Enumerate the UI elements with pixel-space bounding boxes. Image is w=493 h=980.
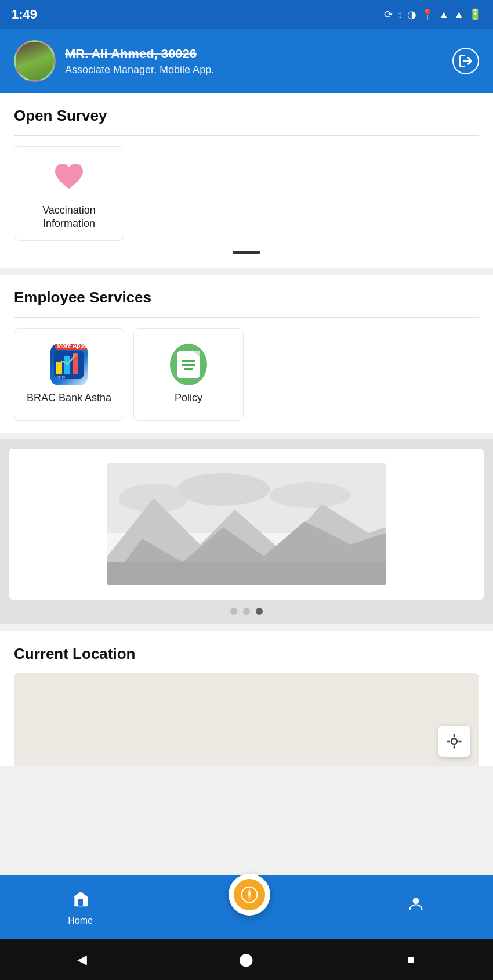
home-icon (71, 889, 90, 912)
nav-fab[interactable] (229, 874, 270, 916)
brac-chart-icon: ভাস্ক (53, 350, 85, 380)
carousel-section (0, 439, 493, 624)
sync-icon: ⟳ (384, 8, 393, 21)
crosshair-icon (445, 733, 463, 750)
svg-rect-19 (78, 899, 83, 906)
app-page: 1:49 ⟳ ↕ ◑ 📍 ▲ ▲ 🔋 MR. Ali Ahmed, 30026 … (0, 0, 493, 980)
status-time: 1:49 (12, 7, 37, 22)
avatar (14, 40, 56, 82)
mountain-svg (107, 463, 386, 585)
battery-icon: 🔋 (469, 8, 481, 21)
more-apps-badge: More Apps (55, 344, 88, 350)
nav-profile[interactable] (407, 895, 425, 921)
doc-line-3 (184, 368, 193, 370)
svg-point-10 (270, 482, 351, 508)
employee-services-section: Employee Services More Apps (0, 275, 493, 433)
profile-svg-icon (407, 895, 425, 913)
banner-image (107, 463, 386, 585)
android-home-button[interactable]: ⬤ (236, 949, 257, 970)
open-survey-title: Open Survey (14, 107, 479, 125)
home-svg-icon (71, 889, 90, 908)
policy-circle-icon (170, 344, 207, 385)
svg-rect-13 (107, 562, 386, 585)
header: MR. Ali Ahmed, 30026 Associate Manager, … (0, 29, 493, 93)
doc-line-1 (182, 360, 195, 362)
dot-3[interactable] (256, 608, 263, 615)
svg-rect-3 (64, 356, 70, 374)
dash-separator (14, 246, 479, 256)
android-back-button[interactable]: ◀ (72, 949, 93, 970)
heart-icon (52, 162, 86, 192)
dash-line (233, 251, 260, 254)
svg-text:ভাস্ক: ভাস্ক (56, 374, 66, 380)
vaccination-label: Vaccination Information (21, 204, 117, 231)
user-role: Associate Manager, Mobile App. (65, 64, 214, 76)
doc-corner (194, 351, 200, 357)
compass-icon (234, 879, 265, 910)
profile-icon (407, 895, 425, 917)
header-left: MR. Ali Ahmed, 30026 Associate Manager, … (14, 40, 214, 82)
services-divider (14, 317, 479, 318)
vaccination-card[interactable]: Vaccination Information (14, 146, 124, 241)
carousel-dots (9, 608, 484, 615)
location-icon: 📍 (421, 8, 434, 21)
wifi-icon: ▲ (438, 9, 449, 21)
header-info: MR. Ali Ahmed, 30026 Associate Manager, … (65, 46, 214, 76)
logout-button[interactable] (452, 48, 479, 74)
android-recent-button[interactable]: ■ (400, 949, 421, 970)
survey-divider (14, 135, 479, 136)
brac-label: BRAC Bank Astha (27, 391, 111, 405)
current-location-section: Current Location (0, 631, 493, 766)
policy-icon-wrap (170, 346, 207, 383)
parking-icon: ◑ (407, 8, 416, 21)
android-nav-bar: ◀ ⬤ ■ (0, 939, 493, 980)
policy-doc-icon (177, 351, 200, 378)
survey-cards-row: Vaccination Information (14, 146, 479, 241)
scroll-content: Open Survey Vaccination Information (0, 93, 493, 980)
svg-point-9 (177, 473, 270, 506)
brac-card[interactable]: More Apps ভাস্ক BRAC Bank Astha (14, 328, 124, 421)
bottom-nav: Home (0, 875, 493, 939)
vaccination-icon-wrap (50, 158, 88, 196)
svg-point-23 (248, 893, 251, 896)
status-bar: 1:49 ⟳ ↕ ◑ 📍 ▲ ▲ 🔋 (0, 0, 493, 29)
dot-2[interactable] (243, 608, 250, 615)
map-placeholder (14, 673, 479, 766)
brac-app-icon: More Apps ভাস্ক (50, 344, 88, 385)
svg-rect-4 (72, 353, 78, 374)
home-label: Home (68, 916, 93, 926)
open-survey-section: Open Survey Vaccination Information (0, 93, 493, 268)
location-button[interactable] (438, 726, 470, 757)
current-location-title: Current Location (14, 645, 479, 663)
carousel-inner (9, 449, 484, 600)
status-icons: ⟳ ↕ ◑ 📍 ▲ ▲ 🔋 (384, 8, 481, 21)
avatar-image (16, 42, 54, 80)
nav-home[interactable]: Home (68, 889, 93, 926)
doc-line-2 (182, 364, 195, 366)
dot-1[interactable] (230, 608, 237, 615)
services-cards-row: More Apps ভাস্ক BRAC Bank Astha (14, 328, 479, 421)
brac-icon-wrap: More Apps ভাস্ক (50, 346, 88, 383)
svg-point-14 (451, 738, 457, 744)
employee-services-title: Employee Services (14, 289, 479, 307)
svg-point-24 (412, 898, 419, 904)
signal-icon: ▲ (454, 9, 464, 21)
bottom-spacer (0, 766, 493, 871)
policy-label: Policy (175, 391, 202, 405)
policy-card[interactable]: Policy (133, 328, 244, 421)
compass-svg-icon (240, 885, 259, 904)
user-name: MR. Ali Ahmed, 30026 (65, 46, 214, 62)
transfer-icon: ↕ (397, 9, 403, 21)
